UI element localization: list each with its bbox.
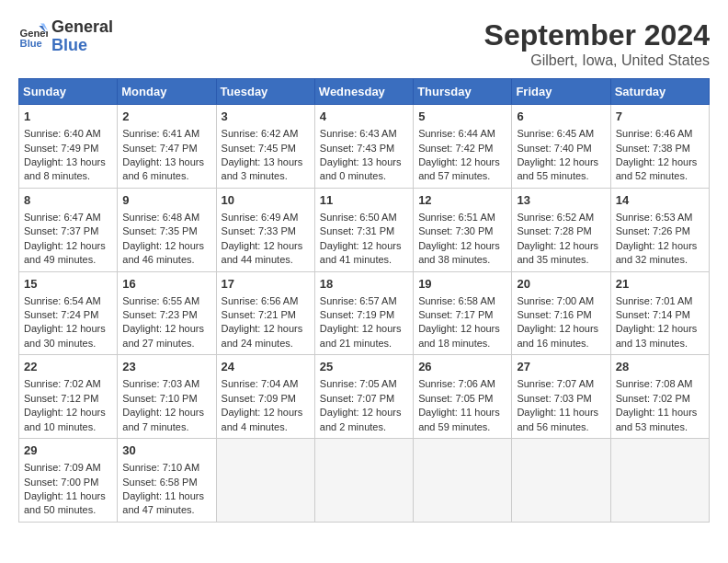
daylight-label: Daylight: 12 hours and 52 minutes. <box>616 156 698 181</box>
day-number: 30 <box>122 442 210 459</box>
sunrise-label: Sunrise: 7:01 AM <box>616 295 693 306</box>
day-number: 2 <box>122 109 210 125</box>
sunrise-label: Sunrise: 6:55 AM <box>122 295 199 306</box>
daylight-label: Daylight: 12 hours and 35 minutes. <box>517 240 598 265</box>
daylight-label: Daylight: 11 hours and 56 minutes. <box>517 407 598 431</box>
day-number: 16 <box>122 276 210 293</box>
weekday-header-friday: Friday <box>512 79 610 105</box>
day-number: 20 <box>517 276 605 293</box>
sunrise-label: Sunrise: 6:52 AM <box>517 212 594 223</box>
day-number: 26 <box>418 359 506 375</box>
day-number: 12 <box>418 192 506 209</box>
day-cell-9: 9Sunrise: 6:48 AMSunset: 7:35 PMDaylight… <box>118 188 216 271</box>
day-cell-5: 5Sunrise: 6:44 AMSunset: 7:42 PMDaylight… <box>414 105 512 189</box>
daylight-label: Daylight: 11 hours and 47 minutes. <box>122 490 204 515</box>
daylight-label: Daylight: 12 hours and 24 minutes. <box>222 323 303 348</box>
day-number: 1 <box>24 109 112 125</box>
week-row-1: 1Sunrise: 6:40 AMSunset: 7:49 PMDaylight… <box>19 105 710 189</box>
day-cell-23: 23Sunrise: 7:03 AMSunset: 7:10 PMDayligh… <box>118 355 216 439</box>
sunrise-label: Sunrise: 7:06 AM <box>418 378 495 389</box>
empty-cell <box>512 439 610 523</box>
weekday-header-thursday: Thursday <box>414 79 512 105</box>
sunset-label: Sunset: 7:30 PM <box>418 225 493 236</box>
sunrise-label: Sunrise: 6:48 AM <box>122 212 199 223</box>
page-subtitle: Gilbert, Iowa, United States <box>484 52 710 69</box>
sunrise-label: Sunrise: 6:42 AM <box>222 128 299 139</box>
day-cell-21: 21Sunrise: 7:01 AMSunset: 7:14 PMDayligh… <box>610 271 709 355</box>
sunset-label: Sunset: 7:31 PM <box>320 225 394 236</box>
sunset-label: Sunset: 7:05 PM <box>418 393 493 404</box>
daylight-label: Daylight: 13 hours and 0 minutes. <box>320 156 402 181</box>
daylight-label: Daylight: 12 hours and 4 minutes. <box>222 407 303 431</box>
sunset-label: Sunset: 7:23 PM <box>122 309 197 320</box>
daylight-label: Daylight: 12 hours and 55 minutes. <box>517 156 598 181</box>
day-cell-13: 13Sunrise: 6:52 AMSunset: 7:28 PMDayligh… <box>512 188 610 271</box>
day-number: 4 <box>320 109 408 125</box>
sunset-label: Sunset: 7:42 PM <box>418 143 493 154</box>
page-header: General Blue General Blue September 2024… <box>18 18 710 69</box>
sunrise-label: Sunrise: 6:46 AM <box>616 128 693 139</box>
calendar-table: SundayMondayTuesdayWednesdayThursdayFrid… <box>18 78 710 523</box>
daylight-label: Daylight: 11 hours and 59 minutes. <box>418 407 500 431</box>
logo-icon: General Blue <box>18 22 48 52</box>
day-cell-14: 14Sunrise: 6:53 AMSunset: 7:26 PMDayligh… <box>610 188 709 271</box>
sunset-label: Sunset: 7:40 PM <box>517 143 591 154</box>
day-cell-2: 2Sunrise: 6:41 AMSunset: 7:47 PMDaylight… <box>118 105 216 189</box>
sunrise-label: Sunrise: 6:41 AM <box>122 128 199 139</box>
day-cell-6: 6Sunrise: 6:45 AMSunset: 7:40 PMDaylight… <box>512 105 610 189</box>
sunrise-label: Sunrise: 7:04 AM <box>222 378 299 389</box>
daylight-label: Daylight: 12 hours and 32 minutes. <box>616 240 698 265</box>
daylight-label: Daylight: 11 hours and 53 minutes. <box>616 407 698 431</box>
sunset-label: Sunset: 6:58 PM <box>122 477 197 488</box>
day-number: 9 <box>122 192 210 209</box>
sunrise-label: Sunrise: 7:09 AM <box>24 462 101 473</box>
day-cell-19: 19Sunrise: 6:58 AMSunset: 7:17 PMDayligh… <box>414 271 512 355</box>
sunrise-label: Sunrise: 6:47 AM <box>24 212 101 223</box>
sunset-label: Sunset: 7:00 PM <box>24 477 98 488</box>
sunrise-label: Sunrise: 6:56 AM <box>222 295 299 306</box>
sunset-label: Sunset: 7:19 PM <box>320 309 394 320</box>
day-number: 13 <box>517 192 605 209</box>
daylight-label: Daylight: 13 hours and 6 minutes. <box>122 156 204 181</box>
week-row-4: 22Sunrise: 7:02 AMSunset: 7:12 PMDayligh… <box>19 355 710 439</box>
sunset-label: Sunset: 7:07 PM <box>320 393 394 404</box>
sunrise-label: Sunrise: 7:07 AM <box>517 378 594 389</box>
day-number: 27 <box>517 359 605 375</box>
sunset-label: Sunset: 7:43 PM <box>320 143 394 154</box>
sunset-label: Sunset: 7:37 PM <box>24 225 98 236</box>
day-cell-12: 12Sunrise: 6:51 AMSunset: 7:30 PMDayligh… <box>414 188 512 271</box>
day-cell-17: 17Sunrise: 6:56 AMSunset: 7:21 PMDayligh… <box>216 271 314 355</box>
day-number: 25 <box>320 359 408 375</box>
day-cell-16: 16Sunrise: 6:55 AMSunset: 7:23 PMDayligh… <box>118 271 216 355</box>
sunrise-label: Sunrise: 7:00 AM <box>517 295 594 306</box>
day-number: 10 <box>222 192 310 209</box>
sunrise-label: Sunrise: 6:40 AM <box>24 128 101 139</box>
day-number: 28 <box>616 359 704 375</box>
daylight-label: Daylight: 12 hours and 49 minutes. <box>24 240 106 265</box>
sunset-label: Sunset: 7:49 PM <box>24 143 98 154</box>
daylight-label: Daylight: 12 hours and 10 minutes. <box>24 407 106 431</box>
sunrise-label: Sunrise: 7:08 AM <box>616 378 693 389</box>
day-cell-10: 10Sunrise: 6:49 AMSunset: 7:33 PMDayligh… <box>216 188 314 271</box>
sunset-label: Sunset: 7:33 PM <box>222 225 296 236</box>
week-row-5: 29Sunrise: 7:09 AMSunset: 7:00 PMDayligh… <box>19 439 710 523</box>
sunset-label: Sunset: 7:10 PM <box>122 393 197 404</box>
day-cell-20: 20Sunrise: 7:00 AMSunset: 7:16 PMDayligh… <box>512 271 610 355</box>
sunset-label: Sunset: 7:35 PM <box>122 225 197 236</box>
daylight-label: Daylight: 12 hours and 16 minutes. <box>517 323 598 348</box>
logo: General Blue General Blue <box>18 18 113 55</box>
sunrise-label: Sunrise: 6:44 AM <box>418 128 495 139</box>
svg-text:Blue: Blue <box>20 38 42 49</box>
sunrise-label: Sunrise: 6:58 AM <box>418 295 495 306</box>
day-number: 11 <box>320 192 408 209</box>
day-number: 3 <box>222 109 310 125</box>
day-cell-3: 3Sunrise: 6:42 AMSunset: 7:45 PMDaylight… <box>216 105 314 189</box>
day-cell-24: 24Sunrise: 7:04 AMSunset: 7:09 PMDayligh… <box>216 355 314 439</box>
day-number: 22 <box>24 359 112 375</box>
weekday-header-saturday: Saturday <box>610 79 709 105</box>
weekday-header-monday: Monday <box>118 79 216 105</box>
sunrise-label: Sunrise: 6:43 AM <box>320 128 397 139</box>
empty-cell <box>314 439 413 523</box>
daylight-label: Daylight: 12 hours and 2 minutes. <box>320 407 402 431</box>
day-cell-8: 8Sunrise: 6:47 AMSunset: 7:37 PMDaylight… <box>19 188 118 271</box>
